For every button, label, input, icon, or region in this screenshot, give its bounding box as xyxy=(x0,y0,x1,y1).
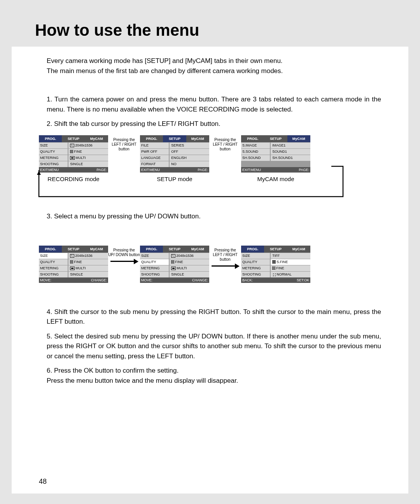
menu-row: QUALITYS.FINE xyxy=(241,259,310,265)
grid-icon xyxy=(272,267,275,270)
menu-value: FINE xyxy=(170,259,209,265)
menu-value: S.FINE xyxy=(271,259,310,265)
menu-row: SIZEL2048x1536 xyxy=(39,253,108,259)
tab-prog: PROG. xyxy=(241,246,264,253)
menu-value: FINE xyxy=(271,265,310,271)
menu-label: METERING xyxy=(39,265,68,271)
connector-text: LEFT / RIGHT button xyxy=(209,253,241,262)
menu-row: METERINGMULTI xyxy=(39,265,108,271)
menu-label: QUALITY xyxy=(140,259,169,265)
multi-icon xyxy=(171,267,176,270)
step-6b-text: Press the menu button twice and the menu… xyxy=(47,377,238,384)
connector-text: Pressing the xyxy=(209,248,241,253)
size-l-icon: L xyxy=(70,254,74,258)
menu-label: SIZE xyxy=(39,253,68,259)
step-5: 5. Select the desired sub menu by pressi… xyxy=(47,331,381,361)
menu-row: SIZEL2048x1536 xyxy=(140,253,209,259)
connector-text: UP/ DOWN button xyxy=(108,253,140,257)
menu-label: METERING xyxy=(140,265,169,271)
menu-row: SHOOTINGSINGLE xyxy=(39,271,108,277)
step-1: 1. Turn the camera power on and press th… xyxy=(47,94,381,114)
arrow-right-icon xyxy=(108,260,140,263)
footer-change: CHANGE: xyxy=(74,277,108,283)
step-6-text: 6. Press the OK button to confirm the se… xyxy=(47,367,178,374)
menu-row: METERINGFINE xyxy=(241,265,310,271)
tab-prog: PROG. xyxy=(140,246,163,253)
grid-icon xyxy=(171,260,174,263)
menu-label: SHOOTING xyxy=(39,272,68,277)
footer-move: MOVE: xyxy=(140,277,175,283)
size-l-icon: L xyxy=(171,254,175,258)
connector-ud: Pressing the UP/ DOWN button xyxy=(108,246,140,263)
page-inner: How to use the menu Every camera working… xyxy=(12,12,408,494)
screen-select-2: PROG. SETUP MyCAM SIZEL2048x1536QUALITYF… xyxy=(140,246,209,283)
intro-line: Every camera working mode has [SETUP] an… xyxy=(47,56,381,66)
menu-value: NORMAL xyxy=(271,272,310,277)
step-3: 3. Select a menu by pressing the UP/ DOW… xyxy=(47,211,381,221)
menu-value: FINE xyxy=(68,259,108,265)
menu-value: TIFF xyxy=(271,253,310,259)
footer-move: MOVE: xyxy=(39,277,74,283)
tab-mycam: MyCAM xyxy=(85,246,108,253)
menu-label: SHOOTING xyxy=(140,272,169,277)
menu-value: MULTI xyxy=(170,265,209,271)
menu-label: QUALITY xyxy=(39,259,68,265)
menu-row: SHOOTINGNORMAL xyxy=(241,271,310,277)
tab-setup: SETUP xyxy=(163,246,186,253)
dots-icon xyxy=(272,273,276,276)
menu-value: SINGLE xyxy=(68,272,108,277)
tab-setup: SETUP xyxy=(62,246,85,253)
tab-prog: PROG. xyxy=(39,246,62,253)
loopback-arrow xyxy=(39,186,381,201)
step-6: 6. Press the OK button to confirm the se… xyxy=(47,366,381,385)
screen-select-3: PROG. SETUP MyCAM SIZETIFFQUALITYS.FINEM… xyxy=(241,246,310,283)
menu-value: L2048x1536 xyxy=(170,253,209,259)
menu-label: METERING xyxy=(241,265,270,271)
menu-row: METERINGMULTI xyxy=(140,265,209,271)
diagram-select: PROG. SETUP MyCAM SIZEL2048x1536QUALITYF… xyxy=(39,246,381,283)
page-number: 48 xyxy=(39,478,47,486)
menu-label: SHOOTING xyxy=(241,272,270,277)
footer-back: BACK: xyxy=(241,277,276,283)
multi-icon xyxy=(70,267,75,270)
menu-row: QUALITYFINE xyxy=(140,259,209,265)
bars-icon xyxy=(272,260,276,263)
tab-setup: SETUP xyxy=(264,246,287,253)
diagram-tabs: PROG. SETUP MyCAM SIZEL2048x1536QUALITYF… xyxy=(39,135,381,201)
menu-label: SIZE xyxy=(140,253,169,259)
title-bar: How to use the menu xyxy=(12,12,408,47)
menu-row: SHOOTINGSINGLE xyxy=(140,271,209,277)
menu-row: SIZETIFF xyxy=(241,253,310,259)
tab-mycam: MyCAM xyxy=(186,246,209,253)
content: Every camera working mode has [SETUP] an… xyxy=(12,47,408,385)
grid-icon xyxy=(70,260,73,263)
loop-line-icon xyxy=(24,139,355,201)
step-4: 4. Shift the cursor to the sub menu by p… xyxy=(47,307,381,327)
step-2: 2. Shift the tab cursor by pressing the … xyxy=(47,119,381,129)
intro-line: The main menus of the first tab are chan… xyxy=(47,66,381,76)
intro-text: Every camera working mode has [SETUP] an… xyxy=(47,56,381,76)
footer-change: CHANGE: xyxy=(175,277,209,283)
connector-text: Pressing the xyxy=(108,248,140,253)
screen-select-1: PROG. SETUP MyCAM SIZEL2048x1536QUALITYF… xyxy=(39,246,108,283)
menu-value: SINGLE xyxy=(170,272,209,277)
page-title: How to use the menu xyxy=(35,21,408,40)
arrow-right-icon xyxy=(209,264,241,267)
menu-row: QUALITYFINE xyxy=(39,259,108,265)
footer-setok: SET:OK xyxy=(276,277,310,283)
menu-label: QUALITY xyxy=(241,259,270,265)
tab-mycam: MyCAM xyxy=(287,246,310,253)
menu-value: MULTI xyxy=(68,265,108,271)
connector-lr: Pressing the LEFT / RIGHT button xyxy=(209,246,241,267)
manual-page: How to use the menu Every camera working… xyxy=(0,0,420,504)
menu-value: L2048x1536 xyxy=(68,253,108,259)
menu-label: SIZE xyxy=(241,253,270,259)
